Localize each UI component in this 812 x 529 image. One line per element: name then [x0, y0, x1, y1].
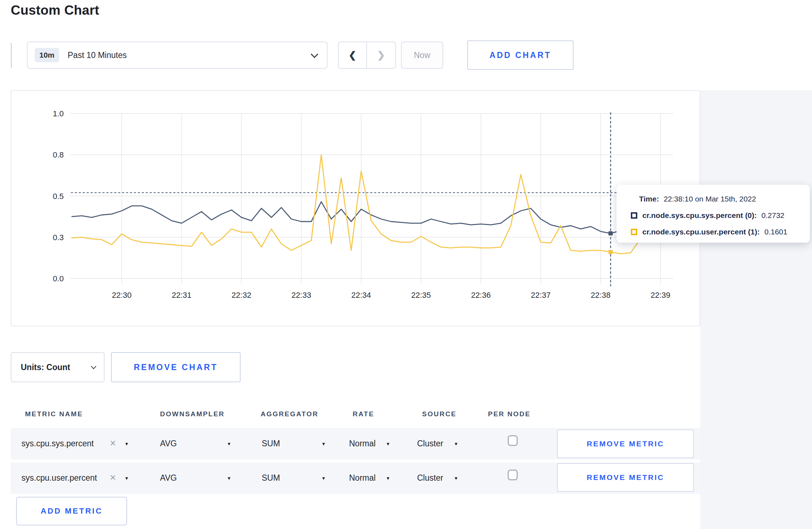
source-caret-icon[interactable]: ▾	[455, 441, 458, 447]
sys-series-swatch-icon	[631, 212, 637, 219]
add-chart-label: ADD CHART	[489, 50, 551, 60]
header-per-node: PER NODE	[488, 410, 531, 418]
tooltip-sys-value: 0.2732	[762, 211, 784, 220]
tooltip-user-label: cr.node.sys.cpu.user.percent (1):	[642, 228, 760, 236]
previous-range-button[interactable]: ❮	[339, 42, 367, 68]
remove-chart-button[interactable]: REMOVE CHART	[111, 352, 241, 382]
chevron-left-icon: ❮	[349, 50, 357, 61]
rate-select[interactable]: Normal	[349, 439, 376, 448]
time-range-badge: 10m	[35, 48, 59, 62]
remove-metric-label: REMOVE METRIC	[587, 473, 664, 482]
now-button-label: Now	[414, 50, 430, 60]
remove-metric-x-icon[interactable]: ✕	[110, 439, 116, 448]
svg-text:0.0: 0.0	[53, 274, 64, 283]
downsampler-caret-icon[interactable]: ▾	[228, 441, 231, 447]
header-metric-name: METRIC NAME	[25, 410, 83, 418]
svg-text:22:30: 22:30	[112, 291, 131, 300]
units-label: Units: Count	[21, 363, 70, 372]
chevron-right-icon: ❯	[377, 50, 385, 61]
svg-text:1.0: 1.0	[53, 109, 64, 118]
header-source: SOURCE	[422, 410, 456, 418]
chart-axis-labels: 0.00.30.50.81.022:3022:3122:3222:3322:34…	[53, 109, 670, 300]
add-chart-button[interactable]: ADD CHART	[467, 40, 574, 70]
metric-name-value[interactable]: sys.cpu.sys.percent	[21, 439, 94, 448]
svg-text:22:31: 22:31	[172, 291, 192, 300]
svg-text:22:34: 22:34	[351, 291, 371, 300]
units-dropdown[interactable]: Units: Count	[11, 352, 105, 382]
time-range-dropdown[interactable]: 10m Past 10 Minutes	[27, 42, 328, 69]
svg-text:22:35: 22:35	[411, 291, 431, 300]
chart-series-lines	[72, 155, 671, 254]
header-downsampler: DOWNSAMPLER	[160, 410, 225, 418]
svg-text:22:36: 22:36	[471, 291, 491, 300]
svg-text:22:32: 22:32	[232, 291, 251, 300]
time-range-label: Past 10 Minutes	[68, 50, 127, 60]
page-side-background	[700, 90, 812, 529]
aggregator-caret-icon[interactable]: ▾	[322, 475, 325, 481]
svg-text:22:37: 22:37	[531, 291, 551, 300]
tooltip-time-value: 22:38:10 on Mar 15th, 2022	[664, 195, 756, 203]
add-metric-label: ADD METRIC	[40, 506, 102, 516]
remove-chart-label: REMOVE CHART	[134, 363, 218, 372]
source-caret-icon[interactable]: ▾	[455, 475, 458, 481]
toolbar-left-divider	[11, 43, 12, 68]
per-node-checkbox[interactable]	[508, 470, 518, 480]
svg-text:0.5: 0.5	[53, 192, 64, 201]
chevron-down-icon	[91, 363, 97, 369]
source-select[interactable]: Cluster	[417, 473, 443, 483]
aggregator-select[interactable]: SUM	[262, 439, 280, 448]
page-title: Custom Chart	[11, 3, 99, 18]
downsampler-select[interactable]: AVG	[160, 439, 177, 448]
chart-card[interactable]: 0.00.30.50.81.022:3022:3122:3222:3322:34…	[11, 90, 700, 326]
header-rate: RATE	[353, 410, 374, 418]
svg-text:0.8: 0.8	[53, 150, 64, 159]
chevron-down-icon	[311, 50, 318, 58]
svg-text:22:38: 22:38	[591, 291, 610, 300]
timeseries-chart[interactable]: 0.00.30.50.81.022:3022:3122:3222:3322:34…	[11, 90, 700, 326]
metric-caret-icon[interactable]: ▾	[125, 475, 128, 481]
svg-text:0.3: 0.3	[53, 233, 64, 242]
remove-metric-x-icon[interactable]: ✕	[110, 473, 116, 482]
svg-text:22:33: 22:33	[291, 291, 311, 300]
remove-metric-button[interactable]: REMOVE METRIC	[557, 429, 694, 458]
tooltip-time-label: Time:	[639, 195, 659, 203]
chart-tooltip: Time: 22:38:10 on Mar 15th, 2022 cr.node…	[617, 185, 810, 243]
next-range-button[interactable]: ❯	[367, 42, 395, 68]
tooltip-sys-label: cr.node.sys.cpu.sys.percent (0):	[642, 211, 757, 220]
source-select[interactable]: Cluster	[417, 439, 443, 448]
downsampler-caret-icon[interactable]: ▾	[228, 475, 231, 481]
chart-gridlines	[70, 113, 673, 283]
user-series-swatch-icon	[631, 229, 637, 235]
downsampler-select[interactable]: AVG	[160, 473, 177, 483]
metric-name-value[interactable]: sys.cpu.user.percent	[21, 473, 97, 483]
metric-caret-icon[interactable]: ▾	[125, 441, 128, 447]
per-node-checkbox[interactable]	[508, 435, 518, 446]
aggregator-select[interactable]: SUM	[262, 473, 280, 483]
rate-caret-icon[interactable]: ▾	[387, 441, 390, 447]
aggregator-caret-icon[interactable]: ▾	[322, 441, 325, 447]
rate-select[interactable]: Normal	[349, 473, 376, 483]
remove-metric-label: REMOVE METRIC	[587, 440, 664, 448]
tooltip-user-value: 0.1601	[764, 228, 787, 236]
svg-text:22:39: 22:39	[651, 291, 670, 300]
chart-crosshair	[71, 112, 673, 286]
rate-caret-icon[interactable]: ▾	[387, 475, 390, 481]
remove-metric-button[interactable]: REMOVE METRIC	[557, 463, 694, 492]
add-metric-button[interactable]: ADD METRIC	[16, 497, 127, 525]
time-step-buttons: ❮ ❯	[338, 42, 396, 69]
header-aggregator: AGGREGATOR	[261, 410, 319, 418]
now-button[interactable]: Now	[401, 42, 443, 69]
